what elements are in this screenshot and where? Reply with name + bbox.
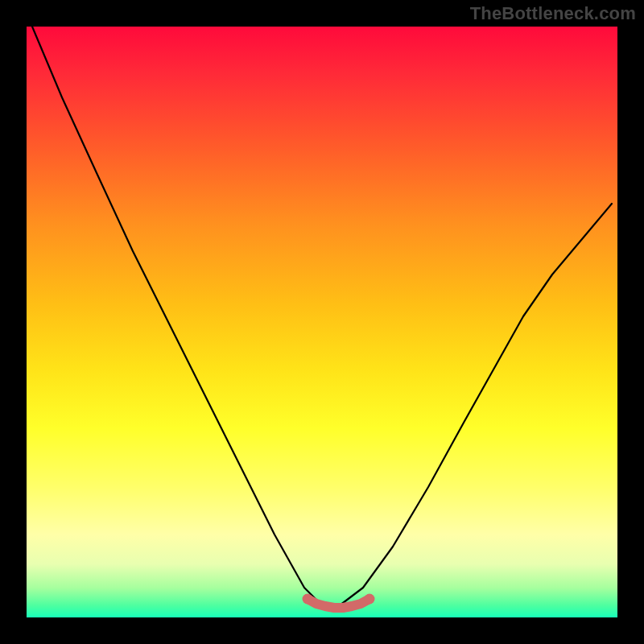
heat-gradient-background [27, 27, 617, 617]
plot-area [27, 27, 617, 617]
chart-frame: TheBottleneck.com [0, 0, 644, 644]
watermark-text: TheBottleneck.com [470, 3, 636, 24]
